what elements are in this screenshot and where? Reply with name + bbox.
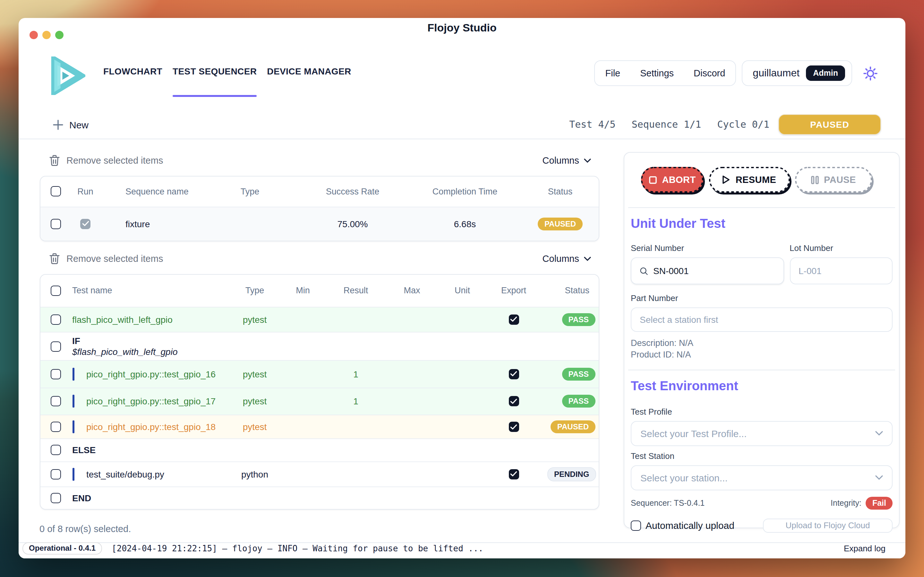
test-export (485, 314, 542, 325)
test-status: PAUSED (542, 421, 598, 433)
remove-selected-sequences[interactable]: Remove selected items (66, 155, 163, 166)
new-button[interactable]: New (53, 119, 89, 130)
lot-number-placeholder: L-001 (798, 266, 822, 276)
test-row[interactable]: pico_right_gpio.py::test_gpio_17pytest1P… (40, 387, 598, 414)
test-row[interactable]: pico_right_gpio.py::test_gpio_16pytest1P… (40, 360, 598, 387)
menu-item-discord[interactable]: Discord (694, 68, 725, 78)
column-header: Min (279, 285, 327, 295)
nav-tab-flowchart[interactable]: FLOWCHART (103, 56, 163, 95)
search-icon (640, 267, 648, 275)
status-badge: PASS (562, 395, 595, 408)
run-state-button[interactable]: PAUSED (778, 114, 881, 135)
test-row[interactable]: flash_pico_with_left_gpiopytestPASS (40, 306, 598, 332)
sequence-row[interactable]: fixture75.00%6.68sPAUSED (40, 206, 598, 240)
test-status: PASS (542, 395, 598, 408)
column-header: Result (327, 285, 385, 295)
panel-divider (628, 369, 895, 370)
serial-number-input[interactable]: SN-0001 (631, 257, 784, 284)
remove-selected-tests[interactable]: Remove selected items (66, 253, 163, 264)
column-header: Export (485, 285, 542, 295)
sun-icon (862, 65, 878, 81)
stop-icon (649, 176, 657, 184)
user-role-badge: Admin (806, 66, 845, 81)
sequence-success-rate: 75.00% (288, 219, 417, 229)
sequence-completion-time: 6.68s (417, 219, 513, 229)
test-select-checkbox[interactable] (50, 422, 61, 432)
pause-icon (811, 176, 819, 184)
lot-number-input[interactable]: L-001 (790, 257, 893, 284)
chevron-down-icon (584, 256, 591, 261)
auto-upload-checkbox[interactable] (631, 520, 641, 530)
test-type: pytest (231, 422, 279, 432)
test-row[interactable]: IF$flash_pico_with_left_gpio (40, 332, 598, 360)
column-header: Max (385, 285, 439, 295)
sequences-columns-dropdown[interactable]: Columns (542, 155, 599, 166)
test-select-checkbox[interactable] (50, 341, 61, 351)
run-controls: ABORT RESUME PAUSE (641, 167, 882, 193)
menu-item-file[interactable]: File (605, 68, 620, 78)
resume-label: RESUME (736, 174, 776, 185)
export-checkbox[interactable] (509, 396, 519, 406)
menu-item-settings[interactable]: Settings (640, 68, 674, 78)
test-profile-placeholder: Select your Test Profile... (641, 428, 747, 439)
test-select-checkbox[interactable] (50, 314, 61, 325)
select-all-sequences-checkbox[interactable] (50, 186, 61, 197)
export-checkbox[interactable] (509, 314, 519, 325)
test-row[interactable]: pico_right_gpio.py::test_gpio_18pytestPA… (40, 414, 598, 438)
select-all-tests-checkbox[interactable] (50, 285, 61, 296)
abort-button[interactable]: ABORT (641, 167, 703, 193)
desktop: Flojoy Studio FLOWCHARTTEST SEQUENCERDEV… (0, 0, 924, 577)
test-export (485, 369, 542, 379)
test-station-select[interactable]: Select your station... (631, 465, 893, 490)
trash-icon[interactable] (49, 155, 60, 166)
nav-tab-test-sequencer[interactable]: TEST SEQUENCER (172, 56, 257, 95)
indent-marker (72, 395, 74, 408)
columns-label: Columns (542, 253, 579, 264)
test-select-checkbox[interactable] (50, 493, 61, 503)
nav-tab-label: DEVICE MANAGER (267, 66, 351, 76)
tests-columns-dropdown[interactable]: Columns (542, 253, 599, 264)
test-select-checkbox[interactable] (50, 396, 61, 406)
auto-upload-label: Automatically upload (646, 520, 734, 531)
test-select-checkbox[interactable] (50, 469, 61, 479)
description-line: Description: N/A (631, 338, 893, 348)
user-name: guillaumet (753, 68, 800, 79)
test-type: python (231, 469, 279, 479)
part-number-placeholder: Select a station first (640, 314, 718, 324)
tests-table-header: Test nameTypeMinResultMaxUnitExportStatu… (40, 274, 598, 306)
part-number-input[interactable]: Select a station first (631, 307, 893, 332)
export-checkbox[interactable] (509, 422, 519, 432)
upload-cloud-button[interactable]: Upload to Flojoy Cloud (763, 518, 893, 532)
pause-button[interactable]: PAUSE (795, 167, 872, 193)
test-row[interactable]: test_suite/debug.pypythonPENDING (40, 461, 598, 487)
sequence-run-checkbox[interactable] (80, 219, 90, 229)
resume-button[interactable]: RESUME (709, 167, 790, 193)
nav-tab-device-manager[interactable]: DEVICE MANAGER (267, 56, 351, 95)
test-name: flash_pico_with_left_gpio (68, 314, 231, 325)
test-export (485, 396, 542, 406)
expand-log-button[interactable]: Expand log (844, 543, 885, 553)
column-header: Completion Time (417, 187, 513, 196)
test-station-label: Test Station (631, 451, 893, 461)
user-menu[interactable]: guillaumet Admin (742, 60, 852, 86)
test-row[interactable]: END (40, 487, 598, 509)
theme-toggle-button[interactable] (862, 65, 879, 82)
tests-table: Test nameTypeMinResultMaxUnitExportStatu… (39, 274, 599, 509)
part-number-label: Part Number (631, 293, 893, 303)
trash-icon[interactable] (49, 253, 60, 264)
test-row[interactable]: ELSE (40, 438, 598, 461)
test-select-checkbox[interactable] (50, 369, 61, 379)
header-divider (19, 139, 905, 139)
export-checkbox[interactable] (509, 469, 519, 479)
sequences-table-header: RunSequence nameTypeSuccess RateCompleti… (40, 176, 598, 206)
test-status: PASS (542, 368, 598, 380)
test-export (485, 469, 542, 479)
active-tab-underline (172, 95, 257, 97)
test-select-checkbox[interactable] (50, 445, 61, 455)
test-name: pico_right_gpio.py::test_gpio_18 (68, 421, 231, 433)
sequence-select-checkbox[interactable] (50, 219, 61, 229)
column-header: Type (231, 285, 279, 295)
export-checkbox[interactable] (509, 369, 519, 379)
tests-actions-row: Remove selected items Columns (39, 249, 599, 268)
test-profile-select[interactable]: Select your Test Profile... (631, 421, 893, 446)
